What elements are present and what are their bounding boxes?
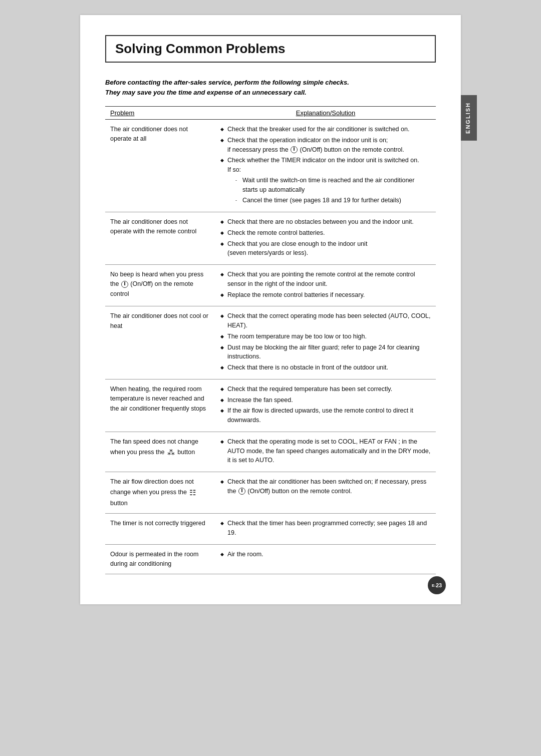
page-title: Solving Common Problems: [115, 41, 426, 57]
problem-cell: The air conditioner does not operate wit…: [105, 212, 215, 265]
problems-table: Problem Explanation/Solution The air con…: [105, 106, 436, 574]
table-row: The air flow direction does not change w…: [105, 472, 436, 514]
solution-cell: Check that you are pointing the remote c…: [215, 265, 436, 306]
col-header-problem: Problem: [105, 107, 215, 120]
airflow-icon: ☷: [189, 487, 196, 498]
problem-cell: Odour is permeated in the room during ai…: [105, 544, 215, 574]
table-row: The air conditioner does not operate at …: [105, 120, 436, 212]
intro-text: Before contacting the after-sales servic…: [105, 78, 436, 97]
solution-cell: Check that the timer has been programmed…: [215, 514, 436, 545]
problem-cell: The fan speed does not change when you p…: [105, 432, 215, 472]
col-header-solution: Explanation/Solution: [215, 107, 436, 120]
problem-cell: The air flow direction does not change w…: [105, 472, 215, 514]
power-icon: [121, 281, 128, 288]
solution-cell: Check that the operating mode is set to …: [215, 432, 436, 472]
solution-cell: Check that the correct operating mode ha…: [215, 306, 436, 380]
problem-cell: The timer is not correctly triggered: [105, 514, 215, 545]
solution-cell: Check that the required temperature has …: [215, 379, 436, 432]
table-row: The timer is not correctly triggered Che…: [105, 514, 436, 545]
problem-cell: The air conditioner does not operate at …: [105, 120, 215, 212]
table-row: Odour is permeated in the room during ai…: [105, 544, 436, 574]
power-icon: [291, 146, 298, 153]
table-row: The air conditioner does not operate wit…: [105, 212, 436, 265]
problem-cell: No beep is heard when you press the (On/…: [105, 265, 215, 306]
fan-icon: ⁂: [167, 447, 175, 458]
table-row: The fan speed does not change when you p…: [105, 432, 436, 472]
problem-cell: When heating, the required room temperat…: [105, 379, 215, 432]
problem-cell: The air conditioner does not cool or hea…: [105, 306, 215, 380]
solution-cell: Air the room.: [215, 544, 436, 574]
power-icon: [238, 488, 245, 495]
solution-cell: Check that the air conditioner has been …: [215, 472, 436, 514]
solution-cell: Check that there are no obstacles betwee…: [215, 212, 436, 265]
table-row: No beep is heard when you press the (On/…: [105, 265, 436, 306]
page-wrapper: ENGLISH Solving Common Problems Before c…: [0, 0, 541, 756]
table-row: When heating, the required room temperat…: [105, 379, 436, 432]
table-row: The air conditioner does not cool or hea…: [105, 306, 436, 380]
language-tab: ENGLISH: [461, 95, 477, 141]
solution-cell: Check that the breaker used for the air …: [215, 120, 436, 212]
title-box: Solving Common Problems: [105, 35, 436, 63]
page-number: E-23: [428, 576, 446, 594]
main-page: ENGLISH Solving Common Problems Before c…: [80, 15, 461, 604]
